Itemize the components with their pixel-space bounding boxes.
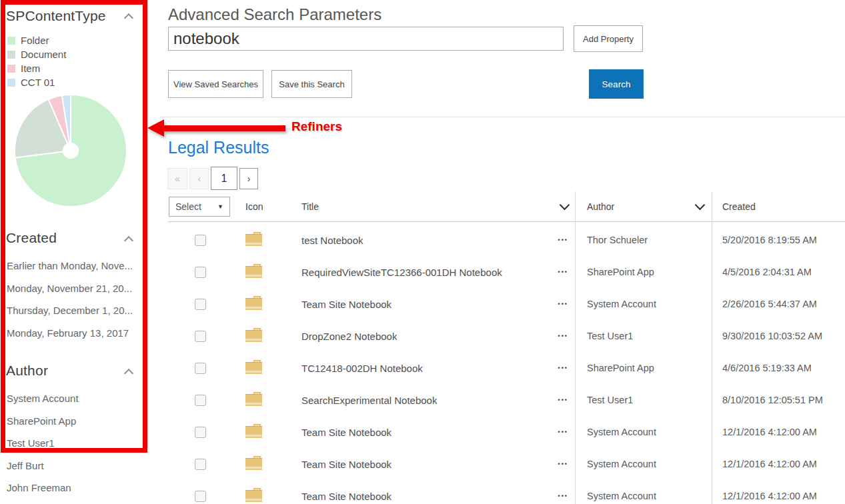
- row-checkbox[interactable]: [195, 491, 206, 502]
- contenttype-pie-chart[interactable]: [13, 93, 128, 208]
- row-ellipsis-menu[interactable]: •••: [558, 333, 568, 339]
- search-button[interactable]: Search: [589, 69, 644, 99]
- folder-icon: [245, 328, 262, 341]
- result-title[interactable]: test Notebook: [301, 235, 363, 246]
- row-ellipsis-menu[interactable]: •••: [558, 429, 568, 435]
- legend-swatch: [7, 79, 15, 87]
- table-row: Team Site Notebook ••• System Account 12…: [168, 480, 845, 504]
- row-ellipsis-menu[interactable]: •••: [558, 269, 568, 275]
- table-row: TC12418-002DH Notebook ••• SharePoint Ap…: [168, 352, 845, 384]
- folder-icon: [245, 424, 262, 437]
- results-table-header: Select ▼ Icon Title Author Created: [168, 191, 845, 222]
- result-created: 12/1/2016 4:12:00 AM: [722, 491, 817, 501]
- created-refiner-item[interactable]: Earlier than Monday, Nove...: [7, 255, 143, 277]
- result-title[interactable]: Team Site Notebook: [301, 299, 391, 310]
- legend-item[interactable]: CCT 01: [7, 75, 66, 89]
- row-ellipsis-menu[interactable]: •••: [558, 397, 568, 403]
- dropdown-caret-icon: ▼: [217, 203, 223, 210]
- pagination-next-button[interactable]: ›: [239, 168, 258, 189]
- row-checkbox[interactable]: [195, 427, 206, 438]
- result-title[interactable]: SearchExperimental Notebook: [301, 395, 437, 406]
- view-saved-searches-button[interactable]: View Saved Searches: [168, 70, 263, 98]
- result-created: 5/20/2016 8:19:55 AM: [722, 235, 817, 245]
- column-separator: [575, 191, 576, 504]
- author-refiner-item[interactable]: SharePoint App: [7, 410, 143, 433]
- author-refiner-item[interactable]: Test User1: [7, 432, 143, 455]
- collapse-created-icon[interactable]: [124, 236, 133, 245]
- results-heading: Legal Results: [168, 138, 269, 157]
- result-author: System Account: [587, 459, 656, 469]
- page-title: Advanced Search Parameters: [168, 5, 381, 24]
- result-title[interactable]: RequiredViewSiteTC12366-001DH Notebook: [301, 267, 502, 278]
- result-created: 9/30/2016 10:03:52 AM: [722, 331, 822, 341]
- author-refiner-item[interactable]: System Account: [7, 387, 143, 410]
- created-refiner-item[interactable]: Monday, November 21, 20...: [7, 277, 143, 300]
- result-title[interactable]: Team Site Notebook: [301, 427, 391, 438]
- row-checkbox[interactable]: [195, 267, 206, 278]
- result-title[interactable]: Team Site Notebook: [301, 491, 391, 502]
- result-title[interactable]: DropZone2 Notebook: [301, 331, 397, 342]
- author-refiner-item[interactable]: John Freeman: [7, 477, 143, 499]
- folder-icon: [245, 360, 262, 373]
- result-author: Test User1: [587, 395, 633, 405]
- legend-swatch: [7, 65, 15, 73]
- title-column-menu-icon[interactable]: [560, 200, 570, 211]
- legend-item[interactable]: Folder: [7, 33, 66, 47]
- row-checkbox[interactable]: [195, 395, 206, 406]
- folder-icon: [245, 264, 262, 277]
- result-author: SharePoint App: [587, 363, 654, 373]
- created-refiner-item[interactable]: Thursday, December 1, 20...: [7, 299, 143, 322]
- result-title[interactable]: TC12418-002DH Notebook: [301, 363, 423, 374]
- pie-donut-hole: [63, 143, 79, 159]
- row-ellipsis-menu[interactable]: •••: [558, 365, 568, 371]
- table-row: Team Site Notebook ••• System Account 2/…: [168, 288, 845, 320]
- row-ellipsis-menu[interactable]: •••: [558, 493, 568, 499]
- folder-icon: [245, 392, 262, 405]
- row-checkbox[interactable]: [195, 299, 206, 310]
- add-property-button[interactable]: Add Property: [574, 25, 643, 52]
- row-checkbox[interactable]: [195, 459, 206, 470]
- author-refiner-item[interactable]: Jeff Burt: [7, 455, 143, 477]
- table-row: Team Site Notebook ••• System Account 12…: [168, 416, 845, 448]
- pagination-prev-button[interactable]: ‹: [189, 168, 209, 189]
- legend-label: Document: [21, 49, 66, 60]
- results-table-body: test Notebook ••• Thor Schueler 5/20/201…: [168, 224, 845, 504]
- collapse-contenttype-icon[interactable]: [124, 13, 133, 23]
- result-author: Thor Schueler: [587, 235, 648, 245]
- created-refiner-item[interactable]: Monday, February 13, 2017: [7, 322, 143, 345]
- row-checkbox[interactable]: [195, 331, 206, 342]
- refiner-title-contenttype: SPContentType: [6, 8, 106, 24]
- select-dropdown[interactable]: Select ▼: [169, 197, 230, 217]
- row-checkbox[interactable]: [195, 235, 206, 246]
- row-checkbox[interactable]: [195, 363, 206, 374]
- arrow-head-icon: [147, 119, 164, 137]
- page: SPContentType Folder Document Item: [0, 0, 845, 504]
- column-separator: [712, 191, 712, 504]
- folder-icon: [245, 232, 262, 245]
- folder-icon: [245, 456, 262, 469]
- table-row: DropZone2 Notebook ••• Test User1 9/30/2…: [168, 320, 845, 352]
- legend-label: CCT 01: [21, 77, 55, 88]
- search-query-input[interactable]: [168, 27, 564, 51]
- row-ellipsis-menu[interactable]: •••: [558, 237, 568, 243]
- row-ellipsis-menu[interactable]: •••: [558, 461, 568, 467]
- pie-svg: [13, 93, 128, 208]
- legend-swatch: [7, 37, 15, 45]
- legend-item[interactable]: Item: [7, 61, 66, 75]
- collapse-author-icon[interactable]: [124, 369, 133, 378]
- author-column-menu-icon[interactable]: [695, 200, 706, 211]
- result-title[interactable]: Team Site Notebook: [301, 459, 391, 470]
- save-this-search-button[interactable]: Save this Search: [271, 70, 352, 98]
- pie-legend: Folder Document Item CCT 01: [7, 33, 66, 89]
- pagination-current-page[interactable]: 1: [211, 167, 237, 190]
- folder-icon: [245, 488, 262, 501]
- refiners-sidebar: SPContentType Folder Document Item: [0, 0, 148, 504]
- legend-item[interactable]: Document: [7, 47, 66, 61]
- row-ellipsis-menu[interactable]: •••: [558, 301, 568, 307]
- arrow-shaft: [163, 125, 285, 131]
- legend-swatch: [7, 51, 15, 59]
- pagination-first-button[interactable]: «: [167, 168, 187, 189]
- column-header-author: Author: [587, 201, 614, 212]
- result-author: SharePoint App: [587, 267, 654, 277]
- table-row: RequiredViewSiteTC12366-001DH Notebook •…: [168, 256, 845, 288]
